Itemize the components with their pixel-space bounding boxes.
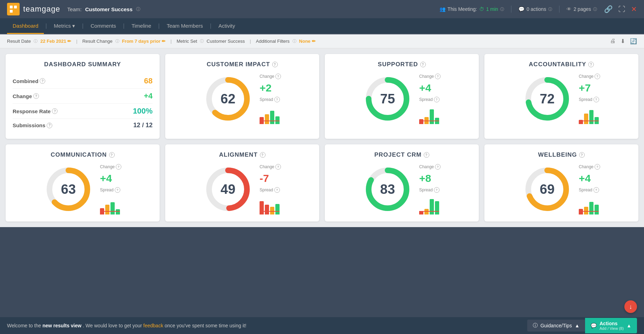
spread-bars	[100, 197, 120, 214]
change-help-icon[interactable]: ?	[275, 164, 281, 170]
response-help[interactable]: ?	[52, 108, 58, 114]
metric-stats: Change ? +4 Spread ?	[579, 164, 600, 214]
nav-dashboard[interactable]: Dashboard	[7, 19, 44, 34]
spread-label: Spread ?	[100, 187, 120, 193]
change-help-icon[interactable]: ?	[116, 164, 121, 170]
spread-bar	[100, 208, 104, 214]
change-value: +7	[579, 82, 591, 94]
spread-bar	[589, 110, 593, 124]
feedback-link[interactable]: feedback	[143, 323, 163, 328]
result-change-value[interactable]: From 7 days prior ✏	[122, 39, 166, 44]
change-help[interactable]: ?	[33, 93, 39, 99]
meeting-info: 👥 This Meeting: ⏱ 1 min ⓘ	[440, 6, 504, 12]
combined-label: Combined ?	[13, 78, 45, 84]
nav-timeline[interactable]: Timeline	[126, 19, 157, 34]
summary-row-combined: Combined ? 68	[13, 74, 153, 89]
metric-card-customer-impact: CUSTOMER IMPACT ? 62 Change ? +2 Spread …	[165, 54, 319, 139]
link-icon[interactable]: 🔗	[604, 5, 613, 13]
spread-help-icon[interactable]: ?	[434, 97, 440, 102]
meeting-label: This Meeting:	[448, 6, 477, 12]
donut-score: 62	[221, 91, 235, 107]
spread-label: Spread ?	[419, 97, 440, 102]
metric-help-icon[interactable]: ?	[109, 152, 115, 158]
chevron-up-icon2: ▲	[626, 323, 631, 328]
spread-bars	[579, 197, 599, 214]
change-help-icon[interactable]: ?	[595, 74, 600, 79]
submissions-help[interactable]: ?	[47, 123, 52, 128]
spread-help-icon[interactable]: ?	[115, 187, 120, 193]
scroll-down-button[interactable]: ↓	[624, 300, 637, 313]
spread-bar	[589, 202, 593, 214]
change-help-icon[interactable]: ?	[435, 164, 441, 170]
donut-wrap: 69	[523, 165, 572, 214]
result-change-label: Result Change	[82, 39, 113, 44]
change-label: Change ?	[100, 164, 121, 170]
actions-icon: 💬	[518, 6, 524, 12]
spread-bar	[435, 118, 439, 124]
footer-message: Welcome to the new results view . We wou…	[7, 323, 246, 328]
pages-help-icon: ⓘ	[593, 7, 597, 12]
actions-sub-label: Add / View (8)	[599, 326, 624, 330]
metric-help-icon[interactable]: ?	[588, 62, 594, 67]
metric-body: 49 Change ? -7 Spread ?	[172, 164, 312, 214]
metric-stats: Change ? -7 Spread ?	[260, 164, 281, 214]
metric-stats: Change ? +8 Spread ?	[419, 164, 441, 214]
combined-help[interactable]: ?	[40, 78, 45, 84]
change-help-icon[interactable]: ?	[275, 74, 281, 79]
download-icon[interactable]: ⬇	[620, 38, 625, 45]
print-icon[interactable]: 🖨	[610, 38, 616, 45]
spread-bar	[116, 209, 120, 214]
summary-row-change: Change ? +4	[13, 89, 153, 104]
additional-filters-value[interactable]: None ✏	[299, 39, 316, 44]
nav-activity[interactable]: Activity	[213, 19, 241, 34]
spread-bars	[260, 197, 280, 214]
metric-help-icon[interactable]: ?	[420, 62, 426, 67]
nav-comments-label: Comments	[90, 23, 116, 29]
metric-help-icon[interactable]: ?	[424, 152, 429, 158]
result-date-value[interactable]: 22 Feb 2021 ✏	[40, 39, 71, 44]
main-content: DASHBOARD SUMMARY Combined ? 68 Change ?…	[0, 48, 644, 227]
donut-wrap: 83	[363, 165, 412, 214]
spread-bars	[419, 197, 439, 214]
change-help-icon[interactable]: ?	[595, 164, 600, 170]
metric-title: WELLBEING ?	[538, 151, 585, 158]
actions-button[interactable]: 💬 Actions Add / View (8) ▲	[585, 318, 637, 333]
nav-div5: |	[210, 23, 212, 29]
spread-bar	[105, 205, 109, 214]
metric-help-icon[interactable]: ?	[579, 152, 585, 158]
pages-info: 👁 2 pages ⓘ	[566, 6, 597, 12]
close-icon[interactable]: ✕	[631, 5, 637, 13]
spread-help-icon[interactable]: ?	[274, 187, 280, 193]
change-value: +4	[419, 82, 431, 94]
spread-help-icon[interactable]: ?	[593, 187, 599, 193]
metric-help-icon[interactable]: ?	[272, 62, 278, 67]
clock-icon: ⏱	[479, 6, 484, 12]
additional-filters-label: Additional Filters	[256, 39, 289, 44]
nav-team-members[interactable]: Team Members	[161, 19, 208, 34]
metric-title: SUPPORTED ?	[378, 61, 426, 68]
metric-help-icon[interactable]: ?	[260, 152, 266, 158]
refresh-icon[interactable]: 🔄	[630, 38, 637, 45]
spread-label: Spread ?	[260, 97, 280, 102]
pipe3: |	[250, 39, 251, 44]
nav-metrics[interactable]: Metrics ▾	[48, 19, 81, 34]
spread-help-icon[interactable]: ?	[274, 97, 280, 102]
nav-comments[interactable]: Comments	[85, 19, 122, 34]
change-help-icon[interactable]: ?	[435, 74, 441, 79]
info-icon: ⓘ	[533, 322, 538, 329]
expand-icon[interactable]: ⛶	[618, 5, 625, 13]
filter-actions: 🖨 ⬇ 🔄	[610, 38, 637, 45]
logo-area: teamgage Team: Customer Success ⓘ	[7, 3, 140, 15]
guidance-button[interactable]: ⓘ Guidance/Tips ▲	[527, 320, 585, 332]
spread-help-icon[interactable]: ?	[434, 187, 440, 193]
summary-card: DASHBOARD SUMMARY Combined ? 68 Change ?…	[6, 54, 160, 139]
actions-count: 0 actions	[526, 6, 546, 12]
spread-help-icon[interactable]: ?	[593, 97, 599, 102]
metric-title: PROJECT CRM ?	[374, 151, 429, 158]
submissions-value: 12 / 12	[133, 122, 153, 129]
donut-score: 69	[540, 182, 555, 197]
pipe1: |	[76, 39, 77, 44]
metric-body: 63 Change ? +4 Spread ?	[13, 164, 153, 214]
actions-label-wrap: Actions Add / View (8)	[599, 321, 624, 330]
change-value: +4	[100, 172, 112, 184]
